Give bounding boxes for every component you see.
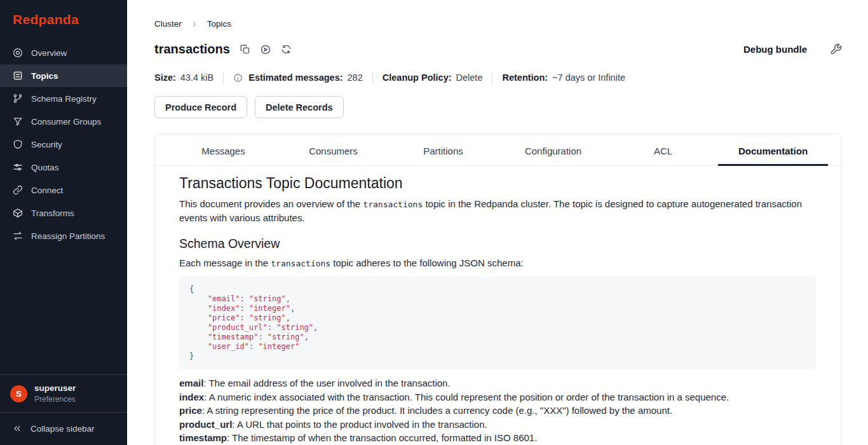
stat-estimated-messages: Estimated messages: 282 — [233, 72, 363, 83]
schema-registry-icon — [12, 93, 24, 104]
tab-partitions[interactable]: Partitions — [388, 137, 498, 165]
sidebar-item-overview[interactable]: Overview — [0, 41, 127, 64]
code-line: "index": "integer", — [189, 304, 806, 313]
breadcrumb-cluster[interactable]: Cluster — [154, 19, 182, 29]
breadcrumb-topics[interactable]: Topics — [207, 19, 231, 29]
schema-overview-heading: Schema Overview — [179, 236, 816, 251]
sidebar: Redpanda Overview Topics Schema Registry — [0, 0, 127, 445]
connect-icon — [12, 184, 24, 196]
topic-stats: Size: 43.4 kiB Estimated messages: 282 C… — [154, 71, 842, 84]
code-key: "price" — [208, 313, 240, 322]
field-desc: : The email address of the user involved… — [203, 378, 450, 388]
schema-intro-text: topic adheres to the following JSON sche… — [330, 257, 524, 268]
code-value: "string" — [276, 323, 313, 332]
sidebar-item-label: Connect — [31, 186, 63, 195]
tab-messages[interactable]: Messages — [168, 137, 278, 165]
copy-icon[interactable] — [240, 44, 250, 55]
overview-icon — [12, 47, 24, 58]
code-key: "product_url" — [208, 323, 268, 332]
sidebar-item-quotas[interactable]: Quotas — [0, 156, 127, 179]
delete-records-button[interactable]: Delete Records — [255, 96, 344, 118]
reassign-partitions-icon — [12, 230, 24, 242]
sidebar-item-label: Transforms — [31, 209, 74, 218]
field-name: timestamp — [179, 432, 227, 443]
play-icon[interactable] — [260, 44, 271, 55]
stat-cleanup-policy: Cleanup Policy: Delete — [383, 72, 483, 83]
documentation-panel: Transactions Topic Documentation This do… — [155, 166, 841, 445]
main-content: Cluster Topics transactions Debug bund — [127, 0, 868, 445]
stat-label: Cleanup Policy: — [383, 72, 452, 83]
stat-label: Size: — [154, 72, 176, 83]
code-line: "price": "string", — [189, 313, 806, 323]
user-name: superuser — [34, 383, 76, 393]
inline-code: transactions — [363, 200, 423, 209]
security-icon — [12, 139, 24, 150]
tab-configuration[interactable]: Configuration — [498, 137, 608, 165]
code-sep: : — [268, 323, 276, 332]
refresh-icon[interactable] — [281, 44, 292, 55]
info-icon[interactable] — [233, 73, 243, 83]
stat-value: 282 — [348, 72, 363, 83]
code-value: "integer" — [249, 304, 290, 313]
page-title: transactions — [154, 42, 230, 57]
code-tail: , — [286, 294, 290, 303]
code-value: "integer" — [258, 342, 299, 351]
field-timestamp: timestamp: The timestamp of when the tra… — [179, 431, 816, 445]
doc-intro-text: This document provides an overview of th… — [179, 198, 363, 209]
stat-value: 43.4 kiB — [180, 72, 214, 83]
sidebar-item-schema-registry[interactable]: Schema Registry — [0, 87, 127, 110]
redpanda-logo: Redpanda — [0, 0, 127, 36]
code-value: "string" — [249, 294, 286, 303]
sidebar-item-label: Schema Registry — [31, 94, 97, 104]
debug-bundle-link[interactable]: Debug bundle — [743, 44, 807, 55]
sidebar-item-transforms[interactable]: Transforms — [0, 202, 127, 224]
divider — [223, 71, 224, 84]
title-row: transactions Debug bundle — [154, 42, 842, 57]
sidebar-item-connect[interactable]: Connect — [0, 179, 127, 202]
field-desc: : The timestamp of when the transaction … — [227, 432, 537, 443]
app-root: Redpanda Overview Topics Schema Registry — [0, 0, 868, 445]
sidebar-item-topics[interactable]: Topics — [0, 64, 127, 87]
consumer-groups-icon — [12, 116, 24, 127]
tab-acl[interactable]: ACL — [608, 137, 718, 165]
inline-code: transactions — [271, 259, 330, 268]
user-section: S superuser Preferences — [0, 374, 127, 412]
collapse-sidebar-label: Collapse sidebar — [31, 424, 95, 434]
sidebar-item-reassign-partitions[interactable]: Reassign Partitions — [0, 224, 127, 247]
tab-consumers[interactable]: Consumers — [278, 137, 388, 165]
sidebar-item-label: Reassign Partitions — [31, 231, 105, 241]
code-tail: , — [304, 332, 309, 341]
tab-bar: Messages Consumers Partitions Configurat… — [155, 134, 841, 166]
topic-actions: Produce Record Delete Records — [154, 96, 842, 118]
transforms-icon — [12, 207, 24, 219]
code-tail: , — [290, 304, 295, 313]
preferences-link[interactable]: Preferences — [34, 395, 76, 404]
code-sep: : — [240, 313, 248, 322]
wrench-icon[interactable] — [830, 43, 842, 55]
tab-documentation[interactable]: Documentation — [718, 137, 828, 166]
produce-record-button[interactable]: Produce Record — [154, 96, 247, 118]
doc-title: Transactions Topic Documentation — [179, 175, 816, 192]
sidebar-item-label: Security — [31, 140, 62, 149]
code-value: "string" — [249, 313, 286, 322]
code-tail: , — [286, 313, 290, 322]
sidebar-item-security[interactable]: Security — [0, 133, 127, 156]
stat-value: Delete — [456, 72, 483, 83]
sidebar-item-label: Quotas — [31, 163, 59, 172]
sidebar-item-consumer-groups[interactable]: Consumer Groups — [0, 110, 127, 133]
field-product-url: product_url: A URL that points to the pr… — [179, 418, 816, 432]
breadcrumb: Cluster Topics — [154, 19, 842, 29]
code-line: "email": "string", — [189, 294, 806, 304]
field-name: price — [179, 405, 202, 416]
stat-retention: Retention: ~7 days or Infinite — [502, 72, 625, 83]
field-desc: : A string representing the price of the… — [202, 405, 672, 416]
code-sep: : — [240, 294, 248, 303]
collapse-sidebar-button[interactable]: Collapse sidebar — [0, 412, 127, 445]
code-line: { — [189, 285, 806, 294]
code-line: } — [189, 352, 806, 361]
sidebar-item-label: Consumer Groups — [31, 117, 101, 127]
code-key: "timestamp" — [208, 332, 258, 341]
code-line: "user_id": "integer" — [189, 342, 806, 352]
code-key: "user_id" — [208, 342, 249, 351]
avatar: S — [10, 385, 27, 402]
